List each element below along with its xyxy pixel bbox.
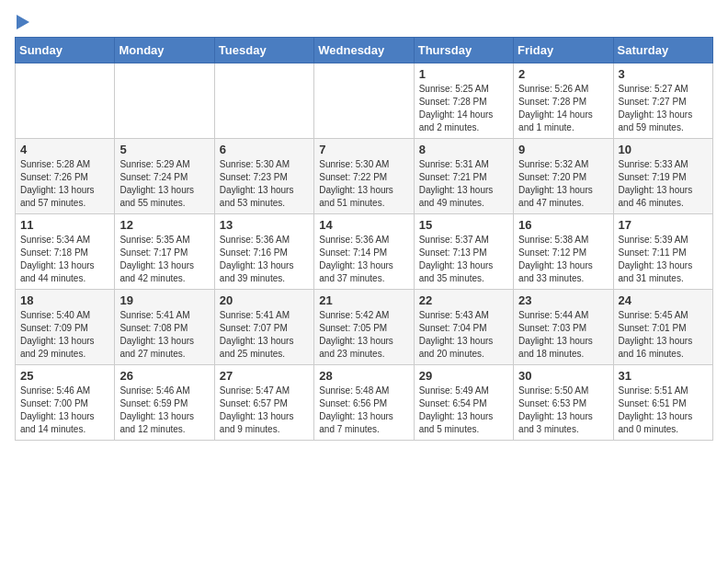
- day-number: 8: [419, 143, 508, 156]
- day-number: 14: [319, 218, 408, 232]
- day-cell: [214, 63, 313, 139]
- day-cell: 22Sunrise: 5:43 AM Sunset: 7:04 PM Dayli…: [414, 290, 513, 365]
- day-info: Sunrise: 5:28 AM Sunset: 7:26 PM Dayligh…: [20, 158, 109, 210]
- day-number: 6: [220, 143, 309, 156]
- day-number: 24: [619, 293, 708, 307]
- day-cell: 6Sunrise: 5:30 AM Sunset: 7:23 PM Daylig…: [214, 139, 313, 214]
- logo-arrow-icon: [17, 15, 29, 29]
- day-number: 29: [419, 369, 508, 383]
- day-number: 27: [220, 369, 309, 383]
- day-info: Sunrise: 5:29 AM Sunset: 7:24 PM Dayligh…: [119, 158, 209, 210]
- day-info: Sunrise: 5:34 AM Sunset: 7:18 PM Dayligh…: [20, 234, 109, 285]
- day-cell: 21Sunrise: 5:42 AM Sunset: 7:05 PM Dayli…: [314, 290, 414, 365]
- day-info: Sunrise: 5:43 AM Sunset: 7:04 PM Dayligh…: [419, 309, 508, 361]
- weekday-header-thursday: Thursday: [414, 38, 513, 63]
- day-info: Sunrise: 5:38 AM Sunset: 7:12 PM Dayligh…: [518, 234, 608, 285]
- day-cell: 23Sunrise: 5:44 AM Sunset: 7:03 PM Dayli…: [514, 290, 613, 365]
- day-info: Sunrise: 5:30 AM Sunset: 7:23 PM Dayligh…: [220, 158, 309, 210]
- weekday-header-monday: Monday: [115, 38, 214, 63]
- day-number: 10: [619, 143, 708, 156]
- day-cell: 27Sunrise: 5:47 AM Sunset: 6:57 PM Dayli…: [214, 365, 313, 441]
- day-cell: 13Sunrise: 5:36 AM Sunset: 7:16 PM Dayli…: [214, 214, 313, 290]
- day-info: Sunrise: 5:26 AM Sunset: 7:28 PM Dayligh…: [518, 83, 608, 134]
- day-info: Sunrise: 5:36 AM Sunset: 7:14 PM Dayligh…: [319, 234, 408, 285]
- day-number: 31: [619, 369, 708, 383]
- day-cell: 20Sunrise: 5:41 AM Sunset: 7:07 PM Dayli…: [214, 290, 313, 365]
- day-number: 20: [220, 293, 309, 307]
- day-info: Sunrise: 5:35 AM Sunset: 7:17 PM Dayligh…: [119, 234, 209, 285]
- logo: [15, 15, 29, 29]
- day-info: Sunrise: 5:27 AM Sunset: 7:27 PM Dayligh…: [619, 83, 708, 134]
- day-number: 23: [518, 293, 608, 307]
- day-number: 30: [518, 369, 608, 383]
- day-cell: [314, 63, 414, 139]
- day-number: 21: [319, 293, 408, 307]
- day-number: 22: [419, 293, 508, 307]
- day-cell: 5Sunrise: 5:29 AM Sunset: 7:24 PM Daylig…: [115, 139, 214, 214]
- day-number: 15: [419, 218, 508, 232]
- day-info: Sunrise: 5:30 AM Sunset: 7:22 PM Dayligh…: [319, 158, 408, 210]
- day-number: 4: [20, 143, 109, 156]
- day-number: 28: [319, 369, 408, 383]
- day-number: 9: [518, 143, 608, 156]
- day-info: Sunrise: 5:42 AM Sunset: 7:05 PM Dayligh…: [319, 309, 408, 361]
- page-header: [15, 15, 713, 29]
- day-cell: 4Sunrise: 5:28 AM Sunset: 7:26 PM Daylig…: [16, 139, 115, 214]
- day-number: 5: [119, 143, 209, 156]
- day-number: 12: [119, 218, 209, 232]
- day-info: Sunrise: 5:51 AM Sunset: 6:51 PM Dayligh…: [619, 385, 708, 436]
- day-info: Sunrise: 5:46 AM Sunset: 7:00 PM Dayligh…: [20, 385, 109, 436]
- day-number: 26: [119, 369, 209, 383]
- day-number: 11: [20, 218, 109, 232]
- day-cell: 7Sunrise: 5:30 AM Sunset: 7:22 PM Daylig…: [314, 139, 414, 214]
- day-info: Sunrise: 5:45 AM Sunset: 7:01 PM Dayligh…: [619, 309, 708, 361]
- day-info: Sunrise: 5:48 AM Sunset: 6:56 PM Dayligh…: [319, 385, 408, 436]
- day-cell: [16, 63, 115, 139]
- day-info: Sunrise: 5:25 AM Sunset: 7:28 PM Dayligh…: [419, 83, 508, 134]
- day-info: Sunrise: 5:44 AM Sunset: 7:03 PM Dayligh…: [518, 309, 608, 361]
- day-cell: 16Sunrise: 5:38 AM Sunset: 7:12 PM Dayli…: [514, 214, 613, 290]
- weekday-header-saturday: Saturday: [613, 38, 712, 63]
- day-number: 18: [20, 293, 109, 307]
- week-row-3: 11Sunrise: 5:34 AM Sunset: 7:18 PM Dayli…: [16, 214, 713, 290]
- day-number: 2: [518, 67, 608, 81]
- day-number: 1: [419, 67, 508, 81]
- day-cell: 29Sunrise: 5:49 AM Sunset: 6:54 PM Dayli…: [414, 365, 513, 441]
- day-info: Sunrise: 5:37 AM Sunset: 7:13 PM Dayligh…: [419, 234, 508, 285]
- day-number: 19: [119, 293, 209, 307]
- day-info: Sunrise: 5:49 AM Sunset: 6:54 PM Dayligh…: [419, 385, 508, 436]
- day-cell: 2Sunrise: 5:26 AM Sunset: 7:28 PM Daylig…: [514, 63, 613, 139]
- day-number: 13: [220, 218, 309, 232]
- day-cell: 26Sunrise: 5:46 AM Sunset: 6:59 PM Dayli…: [115, 365, 214, 441]
- day-info: Sunrise: 5:32 AM Sunset: 7:20 PM Dayligh…: [518, 158, 608, 210]
- day-cell: 1Sunrise: 5:25 AM Sunset: 7:28 PM Daylig…: [414, 63, 513, 139]
- day-info: Sunrise: 5:39 AM Sunset: 7:11 PM Dayligh…: [619, 234, 708, 285]
- weekday-header-friday: Friday: [514, 38, 613, 63]
- day-number: 3: [619, 67, 708, 81]
- day-cell: 28Sunrise: 5:48 AM Sunset: 6:56 PM Dayli…: [314, 365, 414, 441]
- day-info: Sunrise: 5:50 AM Sunset: 6:53 PM Dayligh…: [518, 385, 608, 436]
- day-cell: 8Sunrise: 5:31 AM Sunset: 7:21 PM Daylig…: [414, 139, 513, 214]
- weekday-header-sunday: Sunday: [16, 38, 115, 63]
- day-info: Sunrise: 5:33 AM Sunset: 7:19 PM Dayligh…: [619, 158, 708, 210]
- week-row-5: 25Sunrise: 5:46 AM Sunset: 7:00 PM Dayli…: [16, 365, 713, 441]
- weekday-header-tuesday: Tuesday: [214, 38, 313, 63]
- day-number: 16: [518, 218, 608, 232]
- day-cell: 19Sunrise: 5:41 AM Sunset: 7:08 PM Dayli…: [115, 290, 214, 365]
- day-info: Sunrise: 5:31 AM Sunset: 7:21 PM Dayligh…: [419, 158, 508, 210]
- day-cell: 15Sunrise: 5:37 AM Sunset: 7:13 PM Dayli…: [414, 214, 513, 290]
- day-cell: 9Sunrise: 5:32 AM Sunset: 7:20 PM Daylig…: [514, 139, 613, 214]
- day-info: Sunrise: 5:46 AM Sunset: 6:59 PM Dayligh…: [119, 385, 209, 436]
- day-info: Sunrise: 5:41 AM Sunset: 7:07 PM Dayligh…: [220, 309, 309, 361]
- day-number: 17: [619, 218, 708, 232]
- day-cell: 24Sunrise: 5:45 AM Sunset: 7:01 PM Dayli…: [613, 290, 712, 365]
- week-row-2: 4Sunrise: 5:28 AM Sunset: 7:26 PM Daylig…: [16, 139, 713, 214]
- day-cell: 3Sunrise: 5:27 AM Sunset: 7:27 PM Daylig…: [613, 63, 712, 139]
- day-cell: 25Sunrise: 5:46 AM Sunset: 7:00 PM Dayli…: [16, 365, 115, 441]
- weekday-header-row: SundayMondayTuesdayWednesdayThursdayFrid…: [16, 38, 713, 63]
- calendar-table: SundayMondayTuesdayWednesdayThursdayFrid…: [15, 37, 713, 441]
- day-number: 7: [319, 143, 408, 156]
- day-number: 25: [20, 369, 109, 383]
- week-row-1: 1Sunrise: 5:25 AM Sunset: 7:28 PM Daylig…: [16, 63, 713, 139]
- day-cell: 14Sunrise: 5:36 AM Sunset: 7:14 PM Dayli…: [314, 214, 414, 290]
